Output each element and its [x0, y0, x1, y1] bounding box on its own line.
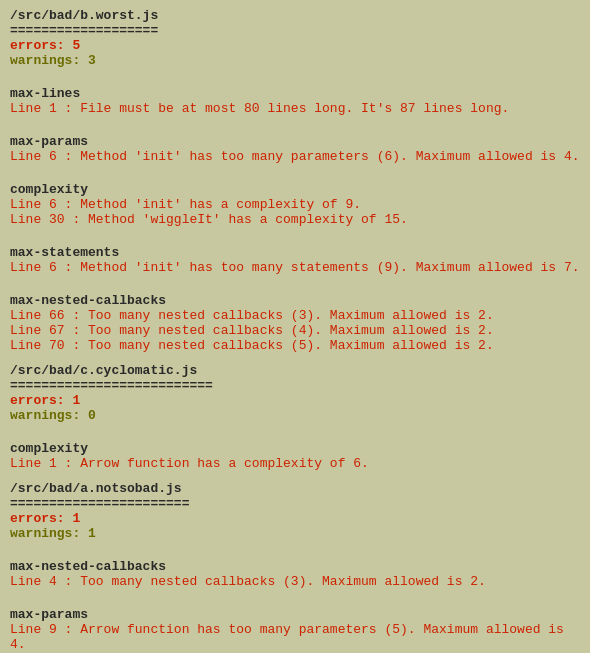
- rule-line-0-2-0: Line 6 : Method 'init' has a complexity …: [10, 197, 580, 212]
- rule-name-2-1: max-params: [10, 607, 580, 622]
- file-header-1: /src/bad/c.cyclomatic.js: [10, 363, 580, 378]
- file-header-2: /src/bad/a.notsobad.js: [10, 481, 580, 496]
- rule-line-0-4-1: Line 67 : Too many nested callbacks (4).…: [10, 323, 580, 338]
- errors-count-1: errors: 1: [10, 393, 580, 408]
- rule-line-0-2-1: Line 30 : Method 'wiggleIt' has a comple…: [10, 212, 580, 227]
- rule-line-0-4-2: Line 70 : Too many nested callbacks (5).…: [10, 338, 580, 353]
- errors-count-2: errors: 1: [10, 511, 580, 526]
- rule-line-2-0-0: Line 4 : Too many nested callbacks (3). …: [10, 574, 580, 589]
- separator-2: =======================: [10, 496, 580, 511]
- rule-line-0-4-0: Line 66 : Too many nested callbacks (3).…: [10, 308, 580, 323]
- rule-line-0-0-0: Line 1 : File must be at most 80 lines l…: [10, 101, 580, 116]
- rule-line-0-1-0: Line 6 : Method 'init' has too many para…: [10, 149, 580, 164]
- rule-name-2-0: max-nested-callbacks: [10, 559, 580, 574]
- rule-name-0-4: max-nested-callbacks: [10, 293, 580, 308]
- rule-name-0-2: complexity: [10, 182, 580, 197]
- rule-name-0-3: max-statements: [10, 245, 580, 260]
- rule-name-1-0: complexity: [10, 441, 580, 456]
- warnings-count-2: warnings: 1: [10, 526, 580, 541]
- rule-line-0-3-0: Line 6 : Method 'init' has too many stat…: [10, 260, 580, 275]
- separator-0: ===================: [10, 23, 580, 38]
- rule-name-0-0: max-lines: [10, 86, 580, 101]
- file-header-0: /src/bad/b.worst.js: [10, 8, 580, 23]
- rule-name-0-1: max-params: [10, 134, 580, 149]
- rule-line-1-0-0: Line 1 : Arrow function has a complexity…: [10, 456, 580, 471]
- warnings-count-0: warnings: 3: [10, 53, 580, 68]
- output-container: /src/bad/b.worst.js===================er…: [10, 8, 580, 653]
- separator-1: ==========================: [10, 378, 580, 393]
- errors-count-0: errors: 5: [10, 38, 580, 53]
- rule-line-2-1-0: Line 9 : Arrow function has too many par…: [10, 622, 580, 652]
- warnings-count-1: warnings: 0: [10, 408, 580, 423]
